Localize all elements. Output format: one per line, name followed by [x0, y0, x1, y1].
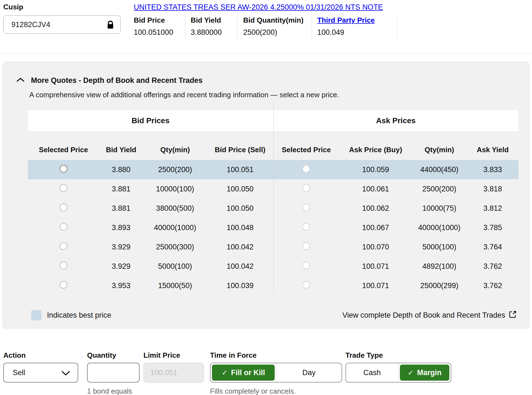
bid-qty-cell: 5000(100): [143, 262, 207, 271]
ask-price-radio[interactable]: [302, 165, 310, 173]
quote-header: Cusip UNITED STATES TREAS SER AW-2026 4.…: [0, 0, 532, 40]
external-link-icon: [505, 310, 517, 320]
bid-yield-cell: 3.929: [99, 262, 143, 271]
bid-price-radio[interactable]: [60, 223, 67, 231]
ask-price-radio[interactable]: [302, 242, 310, 250]
ask-price-cell: 100.061: [339, 185, 412, 193]
col-bid-qty: Qty(min): [143, 146, 207, 154]
depth-row: 3.953 15000(50) 100.039 100.071 25000(29…: [28, 276, 518, 295]
bid-yield-label: Bid Yield: [191, 16, 231, 24]
bid-qty-cell: 2500(200): [143, 165, 207, 174]
bid-price-cell: 100.050: [207, 185, 273, 193]
check-icon: ✓: [222, 368, 228, 377]
bid-yield-value: 3.880000: [191, 28, 231, 37]
ask-price-cell: 100.067: [339, 223, 412, 232]
bid-price-radio[interactable]: [60, 281, 67, 289]
bid-yield-field: Bid Yield 3.880000: [191, 16, 238, 40]
bid-price-radio[interactable]: [60, 204, 67, 211]
bid-qty-cell: 15000(50): [143, 281, 207, 290]
order-form: Action Sell Quantity 1 bond equals $1,00…: [3, 351, 532, 395]
ask-price-cell: 100.071: [339, 262, 412, 271]
ask-yield-cell: 3.785: [467, 223, 518, 232]
bid-yield-cell: 3.880: [99, 165, 143, 174]
depth-row: 3.881 10000(100) 100.050 100.061 2500(20…: [28, 179, 518, 199]
bid-price-radio[interactable]: [60, 242, 67, 250]
depth-row: 3.893 40000(1000) 100.048 100.067 40000(…: [28, 218, 518, 237]
ask-qty-cell: 4892(100): [412, 262, 467, 271]
bid-quantity-value: 2500(200): [243, 28, 305, 37]
bid-price-cell: 100.042: [207, 262, 273, 271]
third-party-price-link[interactable]: Third Party Price: [317, 16, 391, 24]
cusip-input[interactable]: [3, 15, 121, 34]
ask-price-cell: 100.071: [339, 281, 412, 290]
time-in-force-helper: Fills completely or cancels.: [210, 387, 342, 395]
ask-price-radio[interactable]: [302, 223, 310, 231]
fill-or-kill-button[interactable]: ✓ Fill or Kill: [212, 365, 275, 381]
bid-price-cell: 100.042: [207, 243, 273, 251]
ask-price-cell: 100.059: [339, 165, 412, 174]
bid-yield-cell: 3.881: [99, 204, 143, 213]
bid-price-radio[interactable]: [60, 165, 67, 173]
bid-qty-cell: 25000(300): [143, 243, 207, 251]
ask-price-radio[interactable]: [302, 262, 310, 269]
day-button[interactable]: Day: [276, 363, 342, 382]
bid-qty-cell: 40000(1000): [143, 223, 207, 232]
bid-price-radio[interactable]: [60, 262, 67, 269]
view-depth-link[interactable]: View complete Depth of Book and Recent T…: [342, 310, 517, 320]
lock-icon: [107, 20, 114, 30]
bid-yield-cell: 3.953: [99, 281, 143, 290]
security-title-link[interactable]: UNITED STATES TREAS SER AW-2026 4.25000%…: [134, 3, 383, 12]
depth-row: 3.929 25000(300) 100.042 100.070 5000(10…: [28, 237, 518, 257]
ask-price-cell: 100.070: [339, 243, 412, 251]
trade-type-label: Trade Type: [345, 351, 451, 359]
ask-price-radio[interactable]: [302, 184, 310, 192]
quote-fields: Bid Price 100.051000 Bid Yield 3.880000 …: [134, 16, 532, 40]
bid-price-label: Bid Price: [134, 16, 179, 24]
depth-row: 3.881 38000(500) 100.050 100.062 10000(7…: [28, 199, 518, 218]
header-divider: [0, 53, 532, 54]
bid-yield-cell: 3.881: [99, 185, 143, 193]
col-bid-yield: Bid Yield: [99, 146, 143, 154]
cash-button[interactable]: Cash: [346, 363, 399, 382]
column-headers: Selected Price Bid Yield Qty(min) Bid Pr…: [28, 145, 518, 154]
view-depth-link-text: View complete Depth of Book and Recent T…: [342, 311, 505, 320]
third-party-price-value: 100.049: [317, 28, 391, 37]
best-price-swatch: [31, 310, 41, 320]
panel-collapse-header[interactable]: More Quotes - Depth of Book and Recent T…: [16, 76, 529, 85]
col-ask-qty: Qty(min): [412, 146, 467, 154]
ask-price-radio[interactable]: [302, 281, 310, 289]
chevron-up-icon[interactable]: [16, 77, 25, 84]
ask-yield-cell: 3.764: [467, 243, 518, 251]
best-price-legend: Indicates best price: [31, 310, 111, 320]
action-select[interactable]: Sell: [3, 363, 78, 383]
ask-qty-cell: 2500(200): [412, 185, 467, 193]
ask-qty-cell: 44000(450): [412, 165, 467, 174]
best-price-legend-text: Indicates best price: [47, 311, 111, 320]
bid-yield-cell: 3.893: [99, 223, 143, 232]
bid-qty-cell: 38000(500): [143, 204, 207, 213]
col-ask-price: Ask Price (Buy): [339, 146, 412, 154]
bid-price-value: 100.051000: [134, 28, 179, 37]
check-icon: ✓: [408, 368, 414, 377]
col-ask-yield: Ask Yield: [467, 146, 518, 154]
ask-qty-cell: 25000(299): [412, 281, 467, 290]
quantity-input[interactable]: [87, 363, 140, 383]
ask-yield-cell: 3.762: [467, 281, 518, 290]
action-selected-value: Sell: [4, 368, 25, 377]
panel-title: More Quotes - Depth of Book and Recent T…: [31, 76, 203, 85]
bid-price-radio[interactable]: [60, 184, 67, 192]
depth-of-book-panel: More Quotes - Depth of Book and Recent T…: [3, 62, 529, 328]
bid-prices-title: Bid Prices: [28, 116, 273, 125]
bid-price-cell: 100.048: [207, 223, 273, 232]
ask-price-radio[interactable]: [302, 204, 310, 211]
action-label: Action: [3, 351, 78, 359]
bid-quantity-label: Bid Quantity(min): [243, 16, 305, 24]
margin-button[interactable]: ✓ Margin: [400, 365, 450, 381]
quantity-helper: 1 bond equals $1,000 face: [87, 387, 140, 395]
bid-yield-cell: 3.929: [99, 243, 143, 251]
panel-subtitle: A comprehensive view of additional offer…: [29, 90, 529, 99]
depth-rows: 3.880 2500(200) 100.051 100.059 44000(45…: [28, 160, 518, 295]
ask-yield-cell: 3.833: [467, 165, 518, 174]
bid-price-cell: 100.050: [207, 204, 273, 213]
trade-type-toggle: Cash ✓ Margin: [345, 363, 451, 383]
